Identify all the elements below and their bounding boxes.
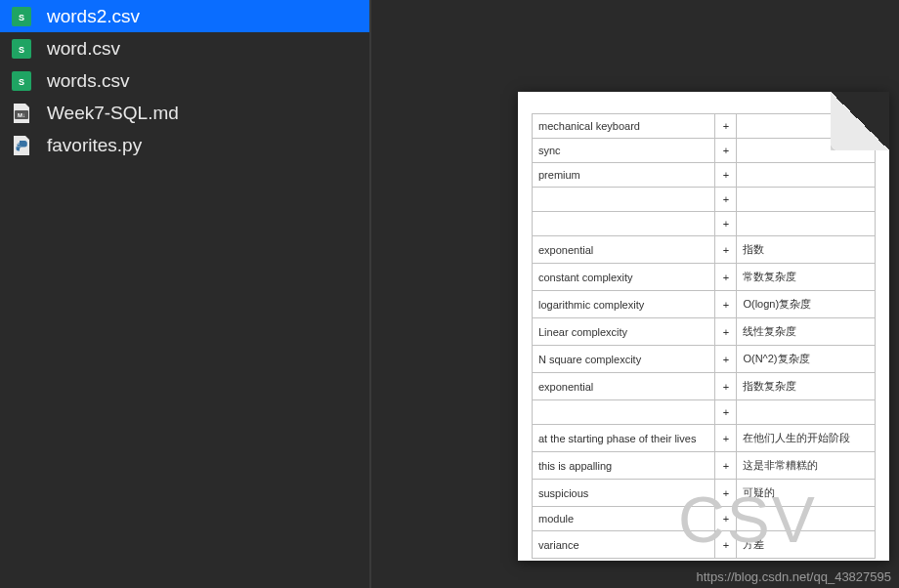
- file-name-label: words.csv: [47, 70, 129, 92]
- cell-c3: 可疑的: [737, 480, 876, 507]
- cell-c3: O(logn)复杂度: [737, 291, 876, 318]
- file-row-words2-csv[interactable]: words2.csv: [0, 0, 369, 32]
- cell-c2: +: [715, 236, 737, 264]
- cell-c1: N square complexcity: [533, 346, 715, 373]
- cell-c1: premium: [533, 163, 715, 188]
- cell-c3: 这是非常糟糕的: [737, 452, 876, 480]
- cell-c3: 指数复杂度: [737, 373, 876, 400]
- table-row: this is appalling+这是非常糟糕的: [533, 452, 876, 480]
- cell-c2: +: [715, 507, 737, 531]
- cell-c2: +: [715, 291, 737, 318]
- cell-c3: [737, 163, 876, 188]
- file-row-words-csv[interactable]: words.csv: [0, 64, 369, 97]
- file-row-favorites-py[interactable]: favorites.py: [0, 129, 369, 161]
- file-list: words2.csvword.csvwords.csvWeek7-SQL.mdf…: [0, 0, 371, 588]
- cell-c3: [737, 507, 876, 531]
- file-name-label: words2.csv: [47, 6, 140, 27]
- cell-c3: [737, 212, 876, 236]
- cell-c1: module: [533, 507, 715, 531]
- cell-c1: sync: [533, 139, 715, 163]
- table-row: mechanical keyboard+: [533, 114, 876, 139]
- preview-pane: mechanical keyboard+sync+premium+++expon…: [371, 0, 899, 588]
- table-row: Linear complexcity+线性复杂度: [533, 318, 876, 346]
- cell-c2: +: [715, 452, 737, 480]
- table-row: constant complexity+常数复杂度: [533, 264, 876, 291]
- table-row: exponential+指数复杂度: [533, 373, 876, 400]
- cell-c2: +: [715, 480, 737, 507]
- file-row-word-csv[interactable]: word.csv: [0, 32, 369, 64]
- cell-c1: [533, 188, 715, 212]
- cell-c2: +: [715, 114, 737, 139]
- cell-c3: 线性复杂度: [737, 318, 876, 346]
- table-row: suspicious+可疑的: [533, 480, 876, 507]
- preview-document: mechanical keyboard+sync+premium+++expon…: [518, 92, 889, 561]
- cell-c1: at the starting phase of their lives: [533, 425, 715, 452]
- cell-c1: exponential: [533, 373, 715, 400]
- cell-c3: [737, 400, 876, 425]
- cell-c3: O(N^2)复杂度: [737, 346, 876, 373]
- cell-c3: 常数复杂度: [737, 264, 876, 291]
- table-row: sync+: [533, 139, 876, 163]
- source-url-text: https://blog.csdn.net/qq_43827595: [697, 569, 892, 584]
- cell-c2: +: [715, 318, 737, 346]
- cell-c2: +: [715, 264, 737, 291]
- csv-file-icon: [10, 69, 33, 93]
- cell-c1: [533, 212, 715, 236]
- cell-c2: +: [715, 425, 737, 452]
- cell-c1: suspicious: [533, 480, 715, 507]
- csv-preview-table: mechanical keyboard+sync+premium+++expon…: [532, 113, 876, 559]
- file-name-label: favorites.py: [47, 135, 142, 156]
- cell-c2: +: [715, 212, 737, 236]
- cell-c1: constant complexity: [533, 264, 715, 291]
- csv-file-icon: [10, 37, 33, 61]
- csv-file-icon: [10, 5, 33, 28]
- table-row: +: [533, 400, 876, 425]
- page-fold-icon: [831, 92, 889, 150]
- cell-c2: +: [715, 163, 737, 188]
- cell-c3: [737, 188, 876, 212]
- table-row: module+: [533, 507, 876, 531]
- cell-c2: +: [715, 373, 737, 400]
- table-row: at the starting phase of their lives+在他们…: [533, 425, 876, 452]
- table-row: +: [533, 188, 876, 212]
- table-row: exponential+指数: [533, 236, 876, 264]
- file-row-week7-sql-md[interactable]: Week7-SQL.md: [0, 97, 369, 129]
- cell-c2: +: [715, 139, 737, 163]
- table-row: premium+: [533, 163, 876, 188]
- cell-c1: mechanical keyboard: [533, 114, 715, 139]
- cell-c1: this is appalling: [533, 452, 715, 480]
- cell-c2: +: [715, 400, 737, 425]
- cell-c1: [533, 400, 715, 425]
- cell-c1: Linear complexcity: [533, 318, 715, 346]
- cell-c1: exponential: [533, 236, 715, 264]
- py-file-icon: [10, 134, 33, 157]
- table-row: logarithmic complexity+O(logn)复杂度: [533, 291, 876, 318]
- table-row: variance+方差: [533, 531, 876, 559]
- table-row: N square complexcity+O(N^2)复杂度: [533, 346, 876, 373]
- cell-c3: 指数: [737, 236, 876, 264]
- cell-c2: +: [715, 531, 737, 559]
- cell-c3: 在他们人生的开始阶段: [737, 425, 876, 452]
- cell-c3: 方差: [737, 531, 876, 559]
- cell-c2: +: [715, 188, 737, 212]
- md-file-icon: [10, 102, 33, 125]
- table-row: +: [533, 212, 876, 236]
- cell-c1: variance: [533, 531, 715, 559]
- cell-c2: +: [715, 346, 737, 373]
- cell-c1: logarithmic complexity: [533, 291, 715, 318]
- file-name-label: word.csv: [47, 38, 120, 60]
- file-name-label: Week7-SQL.md: [47, 103, 179, 124]
